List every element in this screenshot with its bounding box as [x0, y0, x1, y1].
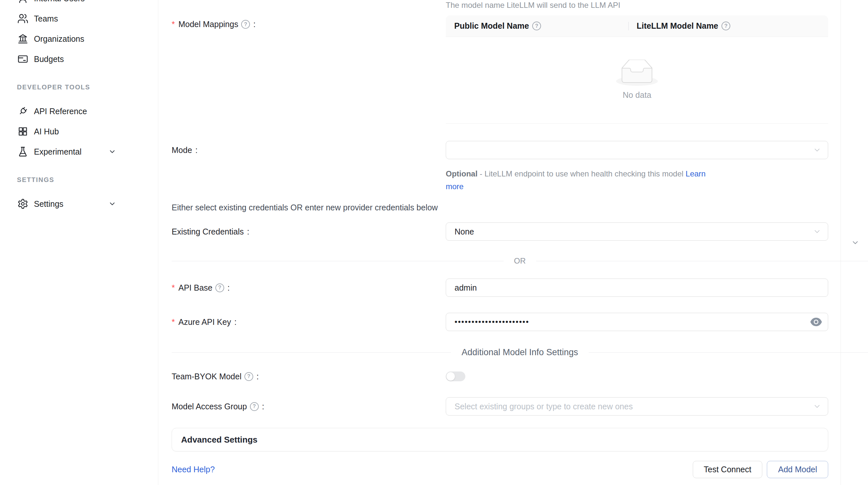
- question-circle-icon[interactable]: ?: [532, 22, 541, 30]
- existing-credentials-row: Existing Credentials : None: [172, 222, 868, 241]
- divider-line: [172, 261, 503, 261]
- add-model-button[interactable]: Add Model: [767, 461, 828, 478]
- sidebar-item-ai-hub[interactable]: AI Hub: [0, 121, 158, 141]
- model-mappings-label: * Model Mappings ? :: [172, 15, 446, 29]
- question-circle-icon[interactable]: ?: [244, 372, 253, 381]
- empty-box-icon: [616, 60, 658, 87]
- credit-card-icon: [17, 53, 29, 65]
- gear-icon: [17, 198, 29, 210]
- table-empty-state: No data: [446, 37, 828, 124]
- users-icon: [17, 13, 29, 25]
- table-header: Public Model Name ? LiteLLM Model Name ?: [446, 15, 828, 37]
- model-mappings-row: * Model Mappings ? : Public Model Name ?…: [172, 15, 868, 124]
- question-circle-icon[interactable]: ?: [241, 20, 250, 29]
- azure-api-key-label: * Azure API Key :: [172, 317, 446, 327]
- chevron-down-icon: [813, 146, 822, 154]
- sidebar-item-budgets[interactable]: Budgets: [0, 49, 158, 69]
- team-byok-label: Team-BYOK Model ? :: [172, 372, 446, 381]
- sidebar: Internal Users Teams Organizations Budge…: [0, 0, 158, 485]
- required-asterisk: *: [172, 283, 175, 293]
- api-base-row: * API Base ? : admin: [172, 279, 868, 297]
- required-asterisk: *: [172, 20, 175, 29]
- divider-line: [589, 352, 868, 353]
- chevron-down-icon: [813, 402, 822, 411]
- question-circle-icon[interactable]: ?: [215, 284, 224, 292]
- sidebar-item-label: Experimental: [34, 147, 82, 157]
- additional-info-divider: Additional Model Info Settings: [172, 347, 868, 357]
- model-mappings-table: Public Model Name ? LiteLLM Model Name ?: [446, 15, 828, 124]
- user-icon: [17, 0, 29, 4]
- sidebar-item-label: AI Hub: [34, 127, 59, 136]
- team-byok-row: Team-BYOK Model ? :: [172, 371, 868, 382]
- input-value: admin: [455, 283, 477, 293]
- grid-icon: [17, 126, 29, 137]
- existing-credentials-select[interactable]: None: [446, 222, 828, 241]
- bank-icon: [17, 33, 29, 45]
- sidebar-item-label: Budgets: [34, 55, 64, 64]
- page: Internal Users Teams Organizations Budge…: [0, 0, 868, 485]
- sidebar-item-api-reference[interactable]: API Reference: [0, 101, 158, 121]
- sidebar-item-label: Organizations: [34, 34, 84, 44]
- chevron-down-icon: [813, 227, 822, 236]
- form-footer: Need Help? Test Connect Add Model: [172, 461, 828, 478]
- model-access-group-row: Model Access Group ? : Select existing g…: [172, 397, 868, 416]
- sidebar-item-internal-users[interactable]: Internal Users: [0, 0, 158, 8]
- sidebar-item-label: Teams: [34, 14, 58, 24]
- existing-credentials-label: Existing Credentials :: [172, 227, 446, 236]
- advanced-settings-label: Advanced Settings: [181, 435, 257, 445]
- mode-row: Mode :: [172, 141, 868, 159]
- advanced-settings-panel[interactable]: Advanced Settings: [172, 428, 828, 451]
- toggle-knob: [446, 372, 455, 381]
- credentials-note: Either select existing credentials OR en…: [172, 203, 868, 212]
- api-base-input[interactable]: admin: [446, 279, 828, 297]
- plug-icon: [17, 105, 29, 117]
- azure-api-key-input[interactable]: ••••••••••••••••••••••: [446, 313, 828, 331]
- test-connect-button[interactable]: Test Connect: [693, 461, 763, 478]
- additional-info-divider-text: Additional Model Info Settings: [451, 347, 588, 357]
- mode-help-text: Optional - LiteLLM endpoint to use when …: [446, 167, 721, 193]
- sidebar-item-label: Settings: [34, 199, 63, 209]
- or-divider: OR: [172, 256, 868, 266]
- divider-line: [172, 352, 451, 353]
- mode-select[interactable]: [446, 141, 828, 159]
- selected-value: None: [455, 227, 474, 236]
- sidebar-item-label: Internal Users: [34, 0, 85, 3]
- masked-password-value: ••••••••••••••••••••••: [455, 317, 529, 326]
- content-right-border: [841, 0, 841, 485]
- or-text: OR: [503, 256, 536, 265]
- sidebar-item-experimental[interactable]: Experimental: [0, 141, 158, 162]
- sidebar-item-teams[interactable]: Teams: [0, 8, 158, 29]
- flask-icon: [17, 146, 29, 158]
- no-data-text: No data: [623, 90, 651, 100]
- add-model-form: The model name LiteLLM will send to the …: [158, 0, 868, 485]
- chevron-down-icon[interactable]: [108, 148, 116, 156]
- sidebar-section-developer-tools: DEVELOPER TOOLS: [17, 80, 158, 94]
- required-asterisk: *: [172, 317, 175, 327]
- azure-api-key-row: * Azure API Key : ••••••••••••••••••••••: [172, 313, 868, 331]
- model-name-help-text: The model name LiteLLM will send to the …: [446, 1, 868, 10]
- model-access-group-select[interactable]: Select existing groups or type to create…: [446, 397, 828, 416]
- eye-icon[interactable]: [810, 316, 822, 328]
- select-placeholder: Select existing groups or type to create…: [455, 402, 633, 411]
- column-litellm-model-name: LiteLLM Model Name ?: [628, 15, 828, 36]
- divider-line: [536, 261, 868, 261]
- sidebar-item-label: API Reference: [34, 107, 87, 116]
- sidebar-item-organizations[interactable]: Organizations: [0, 29, 158, 49]
- api-base-label: * API Base ? :: [172, 283, 446, 293]
- chevron-down-icon[interactable]: [108, 200, 116, 208]
- sidebar-item-settings[interactable]: Settings: [0, 194, 158, 214]
- question-circle-icon[interactable]: ?: [721, 22, 730, 30]
- team-byok-toggle[interactable]: [446, 371, 465, 381]
- chevron-down-icon: [851, 238, 860, 247]
- question-circle-icon[interactable]: ?: [250, 402, 259, 411]
- need-help-link[interactable]: Need Help?: [172, 465, 215, 474]
- sidebar-section-settings: SETTINGS: [17, 173, 158, 186]
- model-access-group-label: Model Access Group ? :: [172, 402, 446, 411]
- column-public-model-name: Public Model Name ?: [446, 15, 628, 36]
- mode-label: Mode :: [172, 146, 446, 155]
